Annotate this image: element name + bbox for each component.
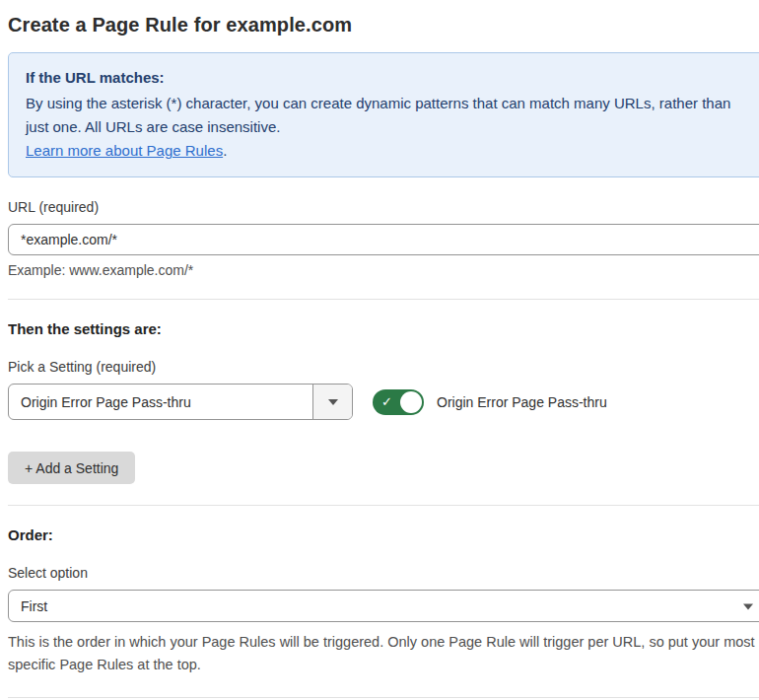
order-select-value: First [21, 598, 47, 614]
order-select[interactable]: First [8, 590, 759, 622]
link-suffix: . [223, 142, 227, 159]
setting-select-value: Origin Error Page Pass-thru [9, 385, 312, 419]
setting-toggle-group: ✓ Origin Error Page Pass-thru [373, 389, 607, 415]
url-helper-text: Example: www.example.com/* [8, 262, 759, 278]
info-box-heading: If the URL matches: [26, 66, 749, 90]
add-setting-button[interactable]: + Add a Setting [8, 452, 135, 484]
url-input[interactable] [8, 224, 759, 255]
chevron-down-icon [743, 603, 753, 609]
order-section-heading: Order: [8, 526, 759, 543]
page-title: Create a Page Rule for example.com [8, 14, 759, 36]
setting-picker-row: Origin Error Page Pass-thru ✓ Origin Err… [8, 384, 759, 420]
order-select-label: Select option [8, 565, 759, 581]
url-match-info-box: If the URL matches: By using the asteris… [8, 52, 759, 177]
setting-select-arrow-button[interactable] [312, 385, 352, 419]
learn-more-link[interactable]: Learn more about Page Rules [26, 142, 223, 159]
divider [8, 299, 759, 300]
chevron-down-icon [328, 399, 338, 405]
divider [8, 505, 759, 506]
toggle-knob [400, 391, 422, 413]
setting-select[interactable]: Origin Error Page Pass-thru [8, 384, 353, 420]
order-helper-text: This is the order in which your Page Rul… [8, 631, 759, 676]
origin-error-toggle[interactable]: ✓ [373, 389, 424, 415]
check-icon: ✓ [381, 394, 392, 407]
toggle-label: Origin Error Page Pass-thru [437, 394, 607, 410]
info-box-body: By using the asterisk (*) character, you… [26, 92, 749, 139]
divider [8, 697, 759, 698]
info-box-link-line: Learn more about Page Rules. [26, 139, 749, 163]
pick-setting-label: Pick a Setting (required) [8, 359, 759, 375]
settings-section-heading: Then the settings are: [8, 320, 759, 337]
url-field-label: URL (required) [8, 199, 759, 215]
